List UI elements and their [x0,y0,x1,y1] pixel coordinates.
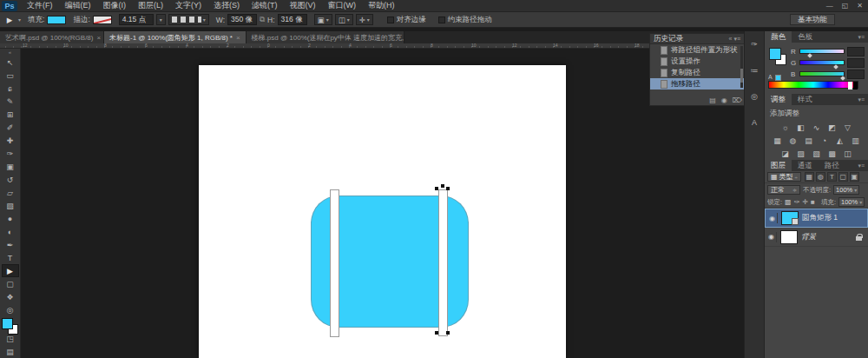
layer-row-background[interactable]: ◉ 背景 [765,228,868,247]
layer-fill-field[interactable]: 100%▾ [838,197,865,207]
visibility-eye-icon[interactable]: ◉ [766,232,777,242]
history-brush-tool[interactable]: ↺ [2,173,19,186]
menu-item[interactable]: 图像(I) [97,0,133,12]
workspace-switcher-button[interactable]: 基本功能 [790,14,835,25]
tab-adjustments[interactable]: 调整 [765,94,792,105]
stroke-type-select[interactable]: ▾ [168,14,209,25]
shape-width-field[interactable]: 350 像 [227,14,257,25]
brush-panel-icon[interactable]: ✑ [747,38,761,50]
foreground-color-swatch[interactable] [2,318,13,329]
menu-item[interactable]: 帮助(H) [362,0,401,12]
stroke-color-swatch[interactable] [93,16,112,24]
foreground-background-swatches[interactable] [2,318,19,332]
lock-transparency-icon[interactable]: ▩ [785,198,792,206]
anchor-point[interactable] [435,331,438,335]
adjustment-icon[interactable]: ▦ [772,135,784,146]
adjustment-icon[interactable]: ◍ [787,135,799,146]
restore-button[interactable]: ◱ [842,2,849,10]
path-arrangement-button[interactable]: ✛▾ [356,14,373,25]
tool-preset-caret-icon[interactable]: ▾ [18,17,21,23]
filter-pixel-layers-icon[interactable]: ▦ [805,172,814,182]
blur-tool[interactable]: ● [2,212,19,225]
adjustment-icon[interactable]: ▧ [811,148,823,159]
blend-mode-select[interactable]: 正常 ≑ [767,185,800,195]
tab-layers[interactable]: 图层 [765,160,792,171]
canvas-pasteboard[interactable] [21,49,744,358]
minimize-button[interactable]: — [826,2,833,10]
left-path-strip[interactable] [330,189,339,337]
link-dimensions-icon[interactable]: ⧉ [260,15,265,24]
menu-item[interactable]: 窗口(W) [322,0,363,12]
menu-item[interactable]: 编辑(E) [59,0,97,12]
red-slider[interactable] [799,49,845,54]
close-button[interactable]: ✕ [857,2,863,10]
history-state[interactable]: 拖移路径 [650,78,744,90]
green-slider[interactable] [799,60,845,65]
adjustment-icon[interactable]: ▨ [795,148,807,159]
move-tool[interactable]: ↖ [2,56,19,69]
anchor-point[interactable] [435,187,438,190]
adjustment-icon[interactable]: ☼ [779,122,792,133]
path-operations-button[interactable]: ▣▾ [314,14,332,25]
toolbar-collapse-icon[interactable]: « [9,49,11,56]
path-selection-tool[interactable]: ▶ [2,264,19,277]
pen-tool[interactable]: ✒ [2,238,19,251]
eyedropper-tool[interactable]: ✐ [2,121,19,134]
dodge-tool[interactable]: ◐ [2,225,19,238]
screen-mode-button[interactable]: ▤ [2,345,19,358]
color-panel-menu-icon[interactable]: ▾≡ [858,31,868,43]
tab-swatches[interactable]: 色板 [792,31,819,43]
doc-tab-1[interactable]: 艺术啊.psd @ 100%(RGB/8) × [0,31,104,43]
quick-selection-tool[interactable]: ✎ [2,95,19,108]
gradient-tool[interactable]: ▧ [2,199,19,212]
clone-stamp-tool[interactable]: ▣ [2,160,19,173]
type-tool[interactable]: T [2,251,19,264]
marquee-tool[interactable]: ▭ [2,69,19,82]
menu-item[interactable]: 视图(V) [284,0,322,12]
history-state[interactable]: 设置操作 [650,56,744,67]
lock-all-icon[interactable]: ■ [811,198,815,206]
lock-position-icon[interactable]: ✛ [802,198,808,206]
zoom-tool[interactable]: ◎ [2,303,19,316]
menu-item[interactable]: 滤镜(T) [246,0,284,12]
current-tool-icon[interactable]: ▶ [3,15,16,25]
history-state[interactable]: 复制路径 [650,67,744,78]
menu-item[interactable]: 文件(F) [21,0,59,12]
stroke-width-field[interactable]: 4.15 点 [119,14,154,25]
visibility-eye-icon[interactable]: ◉ [767,213,778,223]
color-spectrum-bar[interactable] [768,81,858,89]
adjustment-icon[interactable]: ∿ [811,122,823,133]
history-scrollbar[interactable] [740,46,743,88]
menu-item[interactable]: 图层(L) [132,0,169,12]
tab-close-icon[interactable]: × [236,34,240,42]
foreground-color-swatch[interactable] [769,48,781,60]
adjustment-icon[interactable]: ◭ [834,135,846,146]
menu-item[interactable]: 选择(S) [207,0,246,12]
rectangle-tool[interactable]: ▢ [2,277,19,290]
clone-source-panel-icon[interactable]: ≔ [747,64,761,76]
path-alignment-button[interactable]: ◫▾ [335,14,353,25]
eraser-tool[interactable]: ▱ [2,186,19,199]
filter-adjustment-layers-icon[interactable]: ◍ [816,172,825,182]
layer-filter-type-select[interactable]: ▦ 类型 ÷ [767,172,801,182]
delete-state-button[interactable]: ⌦ [733,96,742,104]
adjustment-icon[interactable]: ◫ [842,148,854,159]
blue-slider[interactable] [799,71,845,76]
brush-tool[interactable]: ✑ [2,147,19,160]
tab-close-icon[interactable]: × [96,34,101,42]
hand-tool[interactable]: ❖ [2,290,19,303]
doc-tab-2[interactable]: 未标题-1 @ 100%(圆角矩形 1, RGB/8) * × [104,31,247,43]
new-document-from-state-button[interactable]: ▤ [709,96,716,104]
tab-channels[interactable]: 通道 [792,160,819,171]
doc-tab-3[interactable]: 楼梯.psd @ 100%(迷糊在py中体 速度加速的宽充, 风图层 7, RG… [247,31,404,43]
align-edges-checkbox[interactable] [387,17,394,23]
character-panel-icon[interactable]: A [747,116,761,129]
opacity-field[interactable]: 100%▾ [833,185,859,195]
constrain-path-checkbox[interactable] [438,17,445,23]
adjustments-panel-menu-icon[interactable]: ▾≡ [858,94,868,105]
shape-height-field[interactable]: 316 像 [278,14,307,25]
layer-thumbnail[interactable] [780,230,798,244]
anchor-point[interactable] [446,331,450,335]
adjustment-icon[interactable]: ▽ [842,122,854,133]
adjustment-icon[interactable]: ▥ [850,135,862,146]
